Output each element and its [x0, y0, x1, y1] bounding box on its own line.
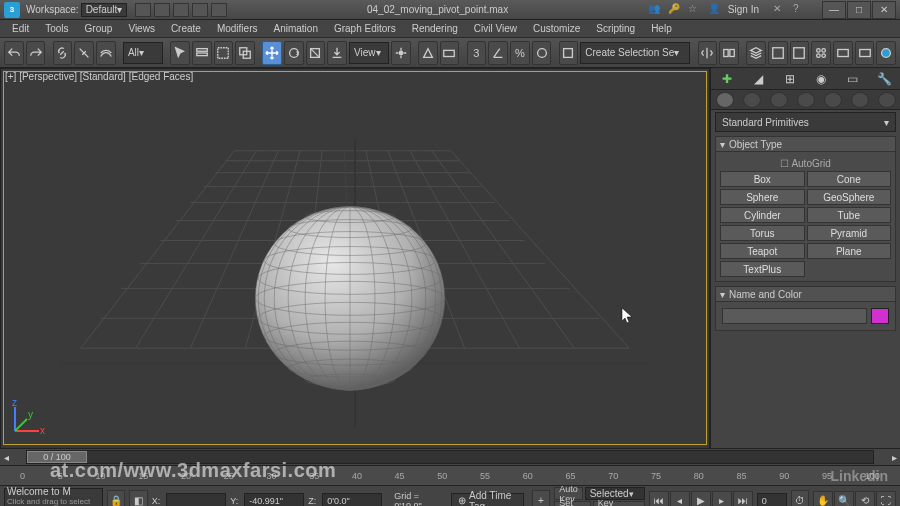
window-crossing-button[interactable]: [235, 41, 255, 65]
goto-start-button[interactable]: ⏮: [649, 491, 669, 507]
add-time-tag-button[interactable]: ⊕Add Time Tag: [451, 493, 524, 507]
redo-icon[interactable]: [211, 3, 227, 17]
object-name-input[interactable]: [722, 308, 867, 324]
placement-button[interactable]: [327, 41, 347, 65]
align-button[interactable]: [719, 41, 739, 65]
angle-snap-button[interactable]: [488, 41, 508, 65]
render-frame-button[interactable]: [855, 41, 875, 65]
maximize-button[interactable]: □: [847, 1, 871, 19]
rotate-button[interactable]: [284, 41, 304, 65]
utilities-tab[interactable]: 🔧: [875, 70, 893, 88]
isolate-button[interactable]: ◧: [129, 490, 147, 507]
render-setup-button[interactable]: [833, 41, 853, 65]
current-frame-input[interactable]: 0: [757, 493, 787, 507]
goto-end-button[interactable]: ⏭: [733, 491, 753, 507]
menu-customize[interactable]: Customize: [525, 23, 588, 34]
undo-button[interactable]: [4, 41, 24, 65]
timeline-next-icon[interactable]: ▸: [888, 452, 900, 463]
bind-button[interactable]: [96, 41, 116, 65]
keyfilters-button[interactable]: Key Filters...: [593, 501, 645, 506]
vp-pan-button[interactable]: ✋: [813, 491, 833, 507]
torus-button[interactable]: Torus: [720, 225, 805, 241]
prev-frame-button[interactable]: ◂: [670, 491, 690, 507]
name-color-rollout-header[interactable]: ▾ Name and Color: [715, 286, 896, 302]
material-button[interactable]: [811, 41, 831, 65]
menu-help[interactable]: Help: [643, 23, 680, 34]
setkey-button[interactable]: Set Key: [554, 501, 591, 506]
hierarchy-tab[interactable]: ⊞: [781, 70, 799, 88]
menu-civilview[interactable]: Civil View: [466, 23, 525, 34]
vp-max-button[interactable]: ⛶: [876, 491, 896, 507]
menu-edit[interactable]: Edit: [4, 23, 37, 34]
named-selection-dropdown[interactable]: Create Selection Se ▾: [580, 42, 690, 64]
create-tab[interactable]: ✚: [718, 70, 736, 88]
time-config-button[interactable]: ⏱: [791, 490, 809, 507]
manipulate-button[interactable]: [418, 41, 438, 65]
workspace-dropdown[interactable]: Default ▾: [81, 3, 128, 17]
move-button[interactable]: [262, 41, 282, 65]
cone-button[interactable]: Cone: [807, 171, 892, 187]
link-button[interactable]: [53, 41, 73, 65]
vp-zoom-button[interactable]: 🔍: [834, 491, 854, 507]
menu-tools[interactable]: Tools: [37, 23, 76, 34]
y-coord-input[interactable]: -40.991": [244, 493, 304, 507]
next-frame-button[interactable]: ▸: [712, 491, 732, 507]
x-coord-input[interactable]: [166, 493, 226, 507]
spinner-snap-button[interactable]: [532, 41, 552, 65]
menu-grapheditors[interactable]: Graph Editors: [326, 23, 404, 34]
spacewarps-subtab[interactable]: [851, 92, 869, 108]
menu-rendering[interactable]: Rendering: [404, 23, 466, 34]
geosphere-button[interactable]: GeoSphere: [807, 189, 892, 205]
textplus-button[interactable]: TextPlus: [720, 261, 805, 277]
vp-orbit-button[interactable]: ⟲: [855, 491, 875, 507]
undo-icon[interactable]: [192, 3, 208, 17]
tube-button[interactable]: Tube: [807, 207, 892, 223]
play-button[interactable]: ▶: [691, 491, 711, 507]
systems-subtab[interactable]: [878, 92, 896, 108]
teapot-button[interactable]: Teapot: [720, 243, 805, 259]
ref-coord-dropdown[interactable]: View ▾: [349, 42, 389, 64]
menu-group[interactable]: Group: [77, 23, 121, 34]
mirror-button[interactable]: [698, 41, 718, 65]
schematic-button[interactable]: [790, 41, 810, 65]
timeline-prev-icon[interactable]: ◂: [0, 452, 12, 463]
object-color-swatch[interactable]: [871, 308, 889, 324]
pivot-button[interactable]: [391, 41, 411, 65]
menu-views[interactable]: Views: [120, 23, 163, 34]
viewport-label[interactable]: [+] [Perspective] [Standard] [Edged Face…: [5, 71, 193, 82]
box-button[interactable]: Box: [720, 171, 805, 187]
percent-snap-button[interactable]: %: [510, 41, 530, 65]
display-tab[interactable]: ▭: [844, 70, 862, 88]
menu-create[interactable]: Create: [163, 23, 209, 34]
lights-subtab[interactable]: [770, 92, 788, 108]
autogrid-checkbox[interactable]: ☐ AutoGrid: [720, 156, 891, 171]
plane-button[interactable]: Plane: [807, 243, 892, 259]
geometry-subtab[interactable]: [716, 92, 734, 108]
close-button[interactable]: ✕: [872, 1, 896, 19]
select-name-button[interactable]: [192, 41, 212, 65]
z-coord-input[interactable]: 0'0.0": [322, 493, 382, 507]
curve-editor-button[interactable]: [768, 41, 788, 65]
new-icon[interactable]: [135, 3, 151, 17]
cameras-subtab[interactable]: [797, 92, 815, 108]
open-icon[interactable]: [154, 3, 170, 17]
key-icon[interactable]: 🔑: [668, 3, 682, 17]
cylinder-button[interactable]: Cylinder: [720, 207, 805, 223]
viewport[interactable]: [+] [Perspective] [Standard] [Edged Face…: [0, 68, 710, 448]
lock-selection-button[interactable]: 🔒: [107, 490, 125, 507]
snap-button[interactable]: 3: [467, 41, 487, 65]
star-icon[interactable]: ☆: [688, 3, 702, 17]
select-object-button[interactable]: [170, 41, 190, 65]
user-icon[interactable]: 👤: [708, 3, 722, 17]
helpers-subtab[interactable]: [824, 92, 842, 108]
group-icon[interactable]: 👥: [648, 3, 662, 17]
signin-link[interactable]: Sign In: [728, 4, 759, 15]
select-region-button[interactable]: [214, 41, 234, 65]
set-key-button[interactable]: +: [532, 490, 550, 507]
primitive-category-dropdown[interactable]: Standard Primitives▾: [715, 112, 896, 132]
unlink-button[interactable]: [74, 41, 94, 65]
menu-animation[interactable]: Animation: [265, 23, 325, 34]
layer-button[interactable]: [746, 41, 766, 65]
menu-modifiers[interactable]: Modifiers: [209, 23, 266, 34]
save-icon[interactable]: [173, 3, 189, 17]
